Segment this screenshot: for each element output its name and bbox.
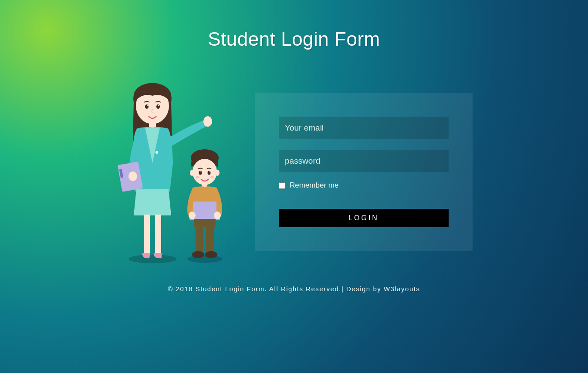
remember-me-wrap[interactable]: Remember me (279, 181, 449, 190)
footer-link[interactable]: W3layouts (384, 285, 420, 292)
svg-point-21 (200, 171, 201, 172)
svg-rect-29 (194, 219, 216, 227)
svg-point-23 (196, 176, 199, 178)
svg-point-0 (128, 255, 176, 263)
svg-point-6 (158, 105, 159, 106)
footer-text: © 2018 Student Login Form. All Rights Re… (0, 285, 588, 292)
email-input[interactable] (279, 117, 449, 139)
svg-point-5 (147, 105, 148, 106)
svg-point-20 (208, 171, 211, 175)
svg-point-1 (187, 255, 222, 263)
svg-rect-14 (155, 215, 161, 255)
svg-point-27 (189, 212, 196, 219)
svg-point-19 (199, 171, 202, 175)
teacher-student-illustration (115, 81, 246, 263)
footer-copyright: © 2018 Student Login Form. All Rights Re… (168, 285, 384, 292)
svg-rect-26 (193, 202, 216, 220)
svg-point-32 (192, 251, 204, 258)
login-form-card: Remember me LOGIN (255, 93, 473, 251)
svg-point-17 (190, 170, 194, 176)
login-button[interactable]: LOGIN (279, 209, 449, 227)
svg-point-24 (210, 176, 214, 178)
svg-rect-13 (144, 215, 150, 255)
svg-point-9 (155, 151, 158, 154)
svg-point-4 (156, 104, 160, 109)
svg-point-33 (205, 251, 217, 258)
svg-point-22 (209, 171, 210, 172)
svg-point-8 (203, 116, 212, 127)
svg-point-18 (215, 170, 220, 176)
svg-rect-30 (196, 226, 203, 252)
remember-me-label: Remember me (290, 181, 338, 190)
password-input[interactable] (279, 150, 449, 172)
svg-point-28 (214, 212, 221, 219)
svg-point-12 (128, 171, 137, 181)
svg-rect-31 (206, 226, 214, 252)
main-content: Remember me LOGIN (0, 81, 588, 263)
remember-me-checkbox[interactable] (279, 182, 285, 189)
svg-point-3 (145, 104, 149, 109)
page-title: Student Login Form (0, 0, 588, 50)
